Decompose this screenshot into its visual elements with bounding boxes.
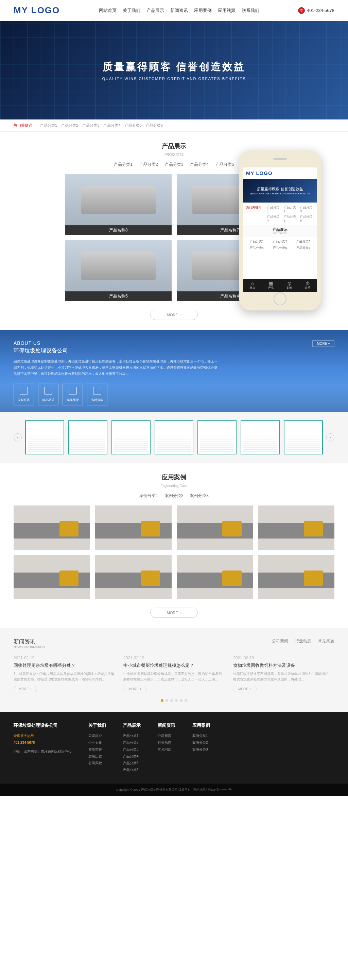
- mobile-kw[interactable]: 产品分类3: [300, 205, 314, 213]
- nav-news[interactable]: 新闻资讯: [170, 8, 188, 14]
- footer-link[interactable]: 案例分类3: [192, 746, 210, 753]
- footer-link[interactable]: 行业动态: [158, 739, 176, 746]
- news-tab[interactable]: 常见问题: [318, 638, 334, 644]
- mobile-kw[interactable]: 产品分类6: [300, 215, 314, 222]
- certificate-image[interactable]: [68, 420, 108, 454]
- certificate-image[interactable]: [284, 420, 323, 454]
- keyword-link[interactable]: 产品分类2: [61, 123, 78, 128]
- mobile-nav-home[interactable]: ⌂首页: [243, 279, 262, 292]
- mobile-tab[interactable]: 产品分类6: [293, 246, 314, 250]
- footer-cases-col: 应用案例 案例分类1 案例分类2 案例分类3: [192, 722, 210, 773]
- footer-link[interactable]: 常见问题: [158, 746, 176, 753]
- nav-contact[interactable]: 联系我们: [242, 8, 259, 14]
- footer-link[interactable]: 资质荣誉: [89, 746, 106, 753]
- footer-link[interactable]: 案例分类1: [192, 733, 210, 739]
- certificate-image[interactable]: [198, 420, 237, 454]
- product-card[interactable]: 产品名称5: [65, 240, 172, 301]
- pagination-dot[interactable]: [175, 699, 178, 702]
- product-tab[interactable]: 产品分类4: [190, 162, 209, 167]
- keyword-link[interactable]: 产品分类4: [103, 123, 120, 128]
- footer-link[interactable]: 产品分类4: [123, 753, 141, 760]
- certificate-image[interactable]: [240, 420, 280, 454]
- nav-about[interactable]: 关于我们: [123, 8, 140, 14]
- keyword-link[interactable]: 产品分类3: [82, 123, 99, 128]
- pagination-dot[interactable]: [185, 699, 187, 702]
- nav-home[interactable]: 网站首页: [99, 8, 117, 14]
- nav-video[interactable]: 应用视频: [218, 8, 236, 14]
- footer-link[interactable]: 产品分类1: [123, 733, 141, 739]
- case-card[interactable]: [14, 506, 90, 550]
- mobile-banner-sub: QUALITY WINS CUSTOMER CREDIT AND CREATES…: [250, 192, 310, 195]
- case-card[interactable]: [177, 555, 253, 599]
- case-card[interactable]: [95, 555, 172, 599]
- nav-cases[interactable]: 应用案例: [194, 8, 212, 14]
- quality-icon: [44, 387, 52, 395]
- footer-link[interactable]: 企业文化: [89, 739, 106, 746]
- product-tab[interactable]: 产品分类3: [165, 162, 183, 167]
- mobile-nav-cases[interactable]: ◎案例: [280, 279, 298, 292]
- mobile-nav-products[interactable]: ▦产品: [262, 279, 280, 292]
- product-tab[interactable]: 产品分类5: [215, 162, 234, 167]
- footer-company-name: 环保垃圾处理设备公司: [14, 722, 71, 729]
- footer-link[interactable]: 产品分类6: [123, 767, 141, 773]
- product-tab[interactable]: 产品分类1: [114, 162, 133, 167]
- footer-link[interactable]: 产品分类5: [123, 760, 141, 767]
- pagination-dot[interactable]: [161, 699, 163, 702]
- mobile-tab[interactable]: 产品分类3: [293, 239, 314, 244]
- footer-link[interactable]: 产品分类2: [123, 739, 141, 746]
- case-tab[interactable]: 案例分类3: [190, 493, 209, 499]
- news-more-button[interactable]: MORE +: [123, 686, 147, 692]
- nav-products[interactable]: 产品展示: [147, 8, 164, 14]
- mobile-nav-contact[interactable]: ✆联系: [298, 279, 317, 292]
- footer-col-title: 关于我们: [89, 722, 106, 729]
- news-tab[interactable]: 公司新闻: [272, 638, 288, 644]
- mobile-kw[interactable]: 产品分类5: [284, 215, 298, 222]
- news-more-button[interactable]: MORE +: [14, 686, 37, 692]
- footer-link[interactable]: 发展历程: [89, 753, 106, 760]
- product-card[interactable]: 产品名称8: [65, 174, 172, 235]
- certificate-image[interactable]: [155, 420, 194, 454]
- products-title: 产品展示: [14, 142, 334, 150]
- news-tab[interactable]: 行业动态: [295, 638, 311, 644]
- footer-link[interactable]: 公司简介: [89, 733, 106, 739]
- mobile-tab[interactable]: 产品分类2: [269, 239, 291, 244]
- mobile-kw[interactable]: 产品分类2: [284, 205, 298, 213]
- logo[interactable]: MY LOGO: [14, 5, 60, 16]
- case-card[interactable]: [177, 506, 253, 550]
- mobile-kw[interactable]: 产品分类1: [267, 205, 281, 213]
- grid-icon: ▦: [264, 281, 278, 286]
- product-tab[interactable]: 产品分类2: [139, 162, 158, 167]
- mobile-tab[interactable]: 产品分类5: [269, 246, 291, 250]
- case-card[interactable]: [258, 555, 334, 599]
- footer-link[interactable]: 公司风貌: [89, 760, 106, 767]
- case-card[interactable]: [14, 555, 90, 599]
- about-more-button[interactable]: MORE +: [312, 340, 334, 347]
- news-item[interactable]: 2021-02-19 中小城市餐厨垃圾处理规模怎么定？ 中小城市餐厨垃圾处理设施…: [123, 655, 225, 692]
- certificate-image[interactable]: [111, 420, 150, 454]
- news-section: 新闻资讯 NEWS INFORMATION 公司新闻 行业动态 常见问题 202…: [0, 628, 348, 712]
- footer-link[interactable]: 公司新闻: [158, 733, 176, 739]
- cert-prev-button[interactable]: ‹: [14, 433, 22, 441]
- certificate-image[interactable]: [25, 420, 64, 454]
- mobile-tab[interactable]: 产品分类1: [246, 239, 267, 244]
- keyword-link[interactable]: 产品分类5: [125, 123, 142, 128]
- pagination-dot[interactable]: [170, 699, 173, 702]
- cert-next-button[interactable]: ›: [326, 433, 334, 441]
- mobile-kw[interactable]: 产品分类4: [267, 215, 281, 222]
- news-item[interactable]: 2021-02-19 回收处理厨余垃圾有哪些好处？ 1、对居民来说：①遵少厨房尤…: [14, 655, 115, 692]
- news-item[interactable]: 2021-02-19 食物垃圾回收做饲料方法及设备 饪器回收生活水平不断提高，餐…: [233, 655, 334, 692]
- case-card[interactable]: [95, 506, 172, 550]
- pagination-dot[interactable]: [166, 699, 168, 702]
- case-tab[interactable]: 案例分类1: [139, 493, 158, 499]
- mobile-tab[interactable]: 产品分类4: [246, 246, 267, 250]
- footer-link[interactable]: 案例分类2: [192, 739, 210, 746]
- keyword-link[interactable]: 产品分类1: [40, 123, 57, 128]
- pagination-dot[interactable]: [180, 699, 182, 702]
- case-tab[interactable]: 案例分类2: [165, 493, 183, 499]
- case-card[interactable]: [258, 506, 334, 550]
- news-more-button[interactable]: MORE +: [233, 686, 256, 692]
- products-more-button[interactable]: MORE +: [150, 310, 198, 320]
- footer-link[interactable]: 产品分类3: [123, 746, 141, 753]
- keyword-link[interactable]: 产品分类6: [146, 123, 163, 128]
- cases-more-button[interactable]: MORE +: [150, 608, 198, 618]
